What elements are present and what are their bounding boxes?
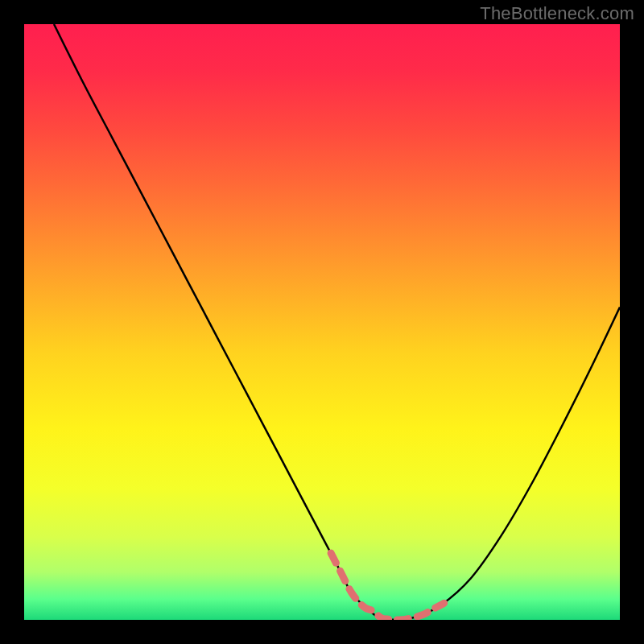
gradient-background — [24, 24, 620, 620]
chart-frame: TheBottleneck.com — [0, 0, 644, 644]
chart-svg — [24, 24, 620, 620]
watermark-text: TheBottleneck.com — [480, 3, 634, 24]
plot-area — [24, 24, 620, 620]
